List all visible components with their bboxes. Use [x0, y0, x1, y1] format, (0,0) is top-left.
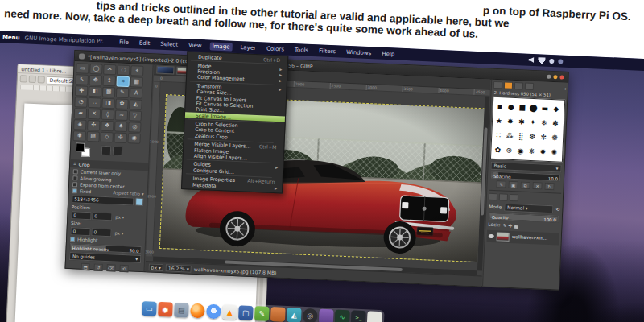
tool-button[interactable]: ✾: [72, 130, 86, 142]
tool-button[interactable]: ◉: [127, 133, 141, 144]
brush-thumbnail[interactable]: ✿: [492, 142, 504, 158]
zoom-select[interactable]: 16.2 %▾: [166, 264, 192, 272]
notifications-icon[interactable]: [558, 59, 563, 64]
tool-button[interactable]: ◨: [101, 98, 115, 109]
tool-button[interactable]: ✿: [115, 98, 129, 109]
layer-mode-select[interactable]: Normal ▾: [504, 203, 554, 213]
tool-button[interactable]: ▩: [102, 87, 116, 98]
tool-button[interactable]: ◊: [101, 109, 115, 121]
brush-thumbnail[interactable]: ▪: [493, 99, 506, 114]
foreground-color-swatch[interactable]: [76, 142, 85, 151]
tool-button[interactable]: ✥: [89, 75, 102, 86]
channels-tab-icon[interactable]: [499, 193, 508, 200]
dock-icon-system-monitor[interactable]: ∿: [335, 310, 350, 322]
brush-thumbnail[interactable]: ✸: [505, 114, 517, 130]
brush-thumbnail[interactable]: ★: [493, 114, 506, 129]
unit-select[interactable]: px ▾: [149, 263, 164, 271]
tool-button[interactable]: ◯: [89, 64, 103, 75]
tool-button[interactable]: ⌖: [130, 65, 144, 76]
tool-button[interactable]: ✂: [103, 64, 117, 76]
menubar-item[interactable]: Help: [379, 49, 397, 58]
reset-button[interactable]: ⟲: [119, 265, 128, 272]
brush-thumbnail[interactable]: ◉: [514, 143, 526, 159]
dock-icon-vlc[interactable]: ▲: [222, 304, 237, 320]
close-icon[interactable]: [559, 75, 564, 79]
layer-thumbnail[interactable]: [497, 232, 510, 242]
brush-thumbnail[interactable]: ⊛: [503, 142, 515, 158]
restore-preset-button[interactable]: ↺: [93, 263, 102, 270]
layers-tab-icon[interactable]: [489, 193, 497, 200]
brush-group-select[interactable]: Basic▾: [490, 161, 561, 172]
menubar-item[interactable]: Image: [209, 42, 232, 51]
minimize-icon[interactable]: [547, 74, 551, 78]
brush-thumbnail[interactable]: ∷: [493, 128, 505, 143]
tool-button[interactable]: ↖: [76, 74, 89, 85]
dock-icon-file-cabinet[interactable]: ▤: [174, 303, 189, 318]
tool-button[interactable]: ◧: [89, 86, 102, 97]
aspect-ratio-input[interactable]: 5184:3456: [72, 195, 134, 205]
switch-mode-icon[interactable]: ⟲: [555, 207, 559, 212]
tool-button[interactable]: ▽: [129, 110, 142, 122]
menubar-item[interactable]: Layer: [237, 43, 258, 52]
dock-icon-terminal[interactable]: >_: [351, 310, 366, 322]
layer-opacity-slider[interactable]: Opacity 100.0: [489, 213, 559, 223]
gradients-tab-icon[interactable]: [525, 83, 534, 90]
delete-preset-button[interactable]: ⌫: [106, 264, 115, 271]
brush-thumbnail[interactable]: ✹: [537, 144, 549, 159]
volume-icon[interactable]: [528, 57, 534, 63]
checkbox-icon[interactable]: [72, 182, 77, 187]
menubar-item[interactable]: Filters: [316, 47, 338, 56]
brush-thumbnail[interactable]: ■: [516, 100, 528, 115]
brush-thumbnail[interactable]: ✼: [538, 130, 550, 145]
menubar-item[interactable]: View: [186, 41, 204, 50]
open-icon[interactable]: [29, 76, 36, 83]
tool-button[interactable]: ▭: [76, 63, 89, 74]
lock-buttons[interactable]: ✎ ✛ ▦: [502, 222, 518, 229]
dock-icon-geany[interactable]: ✎: [254, 306, 270, 321]
brush-thumbnail[interactable]: ⣿: [515, 129, 527, 144]
dock-icon-partial[interactable]: [367, 311, 382, 322]
position-y-input[interactable]: 0: [92, 212, 112, 221]
start-menu-button[interactable]: Menu: [0, 33, 20, 41]
dock-icon-screenshot[interactable]: ◉: [158, 302, 173, 317]
tool-button[interactable]: ↕: [102, 76, 116, 87]
tool-button[interactable]: ✣: [87, 120, 101, 131]
new-brush-button[interactable]: ▣: [508, 181, 518, 189]
tool-button[interactable]: ▰: [74, 108, 88, 119]
tool-button[interactable]: ◎: [128, 122, 142, 133]
tool-button[interactable]: ◭: [129, 99, 142, 110]
tool-button[interactable]: ❖: [101, 121, 114, 132]
edit-brush-button[interactable]: ✎: [496, 180, 506, 188]
guides-select[interactable]: No guides ▾: [69, 252, 141, 263]
tool-presets-tab-icon[interactable]: [493, 81, 502, 89]
menubar-item[interactable]: Windows: [344, 47, 374, 57]
brush-thumbnail[interactable]: ❆: [526, 130, 539, 145]
portrait-landscape-toggle[interactable]: [135, 198, 143, 206]
tool-button[interactable]: ◔: [74, 97, 88, 108]
save-preset-button[interactable]: ⬒: [80, 263, 89, 270]
paths-tab-icon[interactable]: [510, 194, 518, 201]
dock-icon-file-manager[interactable]: ▭: [142, 301, 157, 316]
tool-button[interactable]: ✢: [114, 132, 127, 143]
brush-pattern-gradient-previews[interactable]: [101, 146, 122, 156]
brush-thumbnail[interactable]: ⬤: [527, 101, 539, 116]
checkbox-icon[interactable]: [72, 175, 77, 180]
fixed-mode-select[interactable]: Aspect ratio ▾: [113, 190, 143, 196]
taskbar-window-title[interactable]: GNU Image Manipulation Pr...: [24, 35, 107, 44]
patterns-tab-icon[interactable]: [514, 82, 523, 89]
layer-row[interactable]: wallhaven-xm…: [486, 229, 559, 245]
tool-button[interactable]: ✕: [88, 109, 101, 120]
menubar-item[interactable]: Select: [158, 39, 180, 48]
position-x-input[interactable]: 0: [71, 211, 91, 220]
checkbox-icon[interactable]: [73, 169, 78, 174]
tool-button[interactable]: ▨: [86, 131, 100, 142]
dock-icon-image-viewer[interactable]: ◭: [287, 308, 302, 322]
menubar-item[interactable]: File: [117, 38, 131, 47]
brush-thumbnail[interactable]: ✱: [516, 114, 528, 130]
tool-button[interactable]: ▦: [130, 76, 143, 88]
tool-button[interactable]: ◌: [117, 64, 130, 76]
dock-icon-paint-app[interactable]: [270, 307, 286, 322]
brush-thumbnail[interactable]: ❁: [549, 130, 561, 146]
menubar-item[interactable]: Tools: [292, 45, 312, 54]
brush-thumbnail[interactable]: ⁂: [504, 128, 516, 143]
